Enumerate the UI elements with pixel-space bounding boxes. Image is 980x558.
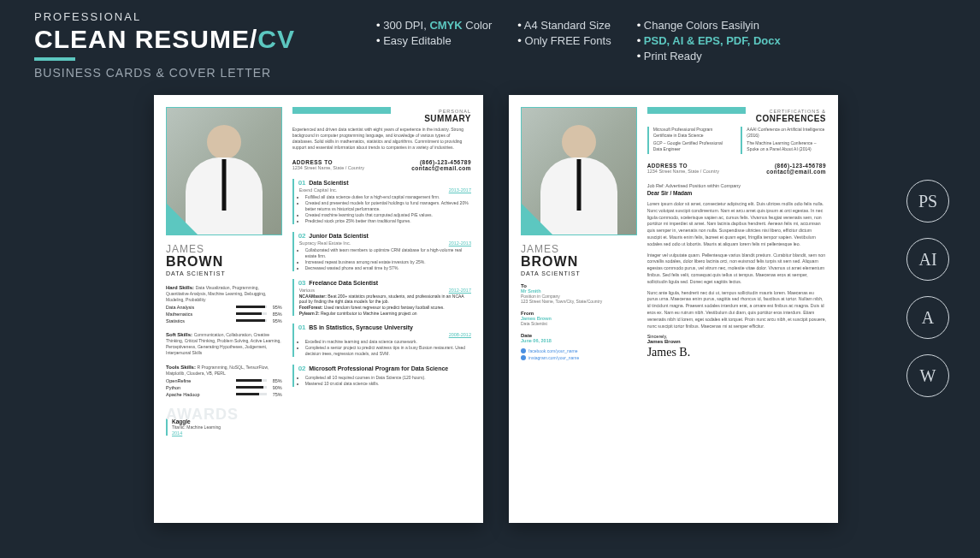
format-icon-sidebar: PS AI A W bbox=[906, 180, 949, 397]
list-item: GCP – Google Certified Professional Data… bbox=[653, 140, 733, 152]
hard-bars: Data Analysis95%Mathematics85%Statistics… bbox=[166, 305, 282, 324]
feature-editable: Easy Editable bbox=[376, 34, 492, 47]
cover-left-col: JAMES BROWN DATA SCIENTIST To Mr Smith P… bbox=[521, 107, 637, 511]
acrobat-icon: A bbox=[906, 296, 949, 339]
hard-skills: Hard Skills: Data Visualization, Program… bbox=[166, 285, 282, 324]
cover-right-col: CERTIFICATIONS & CONFERENCES Microsoft P… bbox=[647, 107, 826, 511]
resume-right-col: PERSONAL SUMMARY Experienced and driven … bbox=[292, 107, 471, 511]
skill-bar: Mathematics85% bbox=[166, 312, 282, 317]
illustrator-icon: AI bbox=[906, 238, 949, 281]
subtitle: BUSINESS CARDS & COVER LETTER bbox=[34, 66, 376, 80]
tool-bars: OpenRefine85%Python90%Apache Hadoop75% bbox=[166, 378, 282, 397]
word-icon: W bbox=[906, 354, 949, 397]
cover-paragraph: Integer vel vulputate quam. Pellentesque… bbox=[647, 252, 826, 286]
list-item: Microsoft Professional Program Certifica… bbox=[653, 127, 733, 139]
list-item: AAAI Conference on Artificial Intelligen… bbox=[747, 127, 826, 139]
feature-fonts: Only FREE Fonts bbox=[517, 34, 611, 47]
role: DATA SCIENTIST bbox=[166, 270, 282, 276]
name-block: JAMES BROWN DATA SCIENTIST bbox=[166, 244, 282, 276]
promo-header: PROFESSIONAL CLEAN RESUME/CV BUSINESS CA… bbox=[0, 0, 980, 88]
tool-skills: Tools Skills: R Programming, NoSQL, Tens… bbox=[166, 365, 282, 397]
resume-page: JAMES BROWN DATA SCIENTIST Hard Skills: … bbox=[154, 95, 483, 523]
cover-letter-page: JAMES BROWN DATA SCIENTIST To Mr Smith P… bbox=[509, 95, 838, 523]
section-title: PERSONAL SUMMARY bbox=[292, 109, 471, 123]
experience-item: 02 Microsoft Professional Program for Da… bbox=[292, 365, 471, 387]
photoshop-icon: PS bbox=[906, 180, 949, 223]
cover-paragraph: Lorem ipsum dolor sit amet, consectetur … bbox=[647, 201, 826, 248]
feature-dpi: 300 DPI, CMYK Color bbox=[376, 19, 492, 32]
contact-row: ADDRESS TO 1234 Street Name, State / Cou… bbox=[647, 163, 826, 175]
skill-bar: Python90% bbox=[166, 385, 282, 390]
page-previews: JAMES BROWN DATA SCIENTIST Hard Skills: … bbox=[0, 88, 980, 523]
skill-bar: Statistics95% bbox=[166, 318, 282, 324]
experience-item: 03 Freelance Data ScientistVarious2012-2… bbox=[292, 279, 471, 316]
list-item: The Machine Learning Conference – Spoke … bbox=[747, 140, 826, 152]
feature-print: Print Ready bbox=[637, 50, 781, 62]
accent-bar bbox=[34, 57, 75, 61]
salutation: Dear Sir / Madam bbox=[647, 190, 826, 196]
facebook-icon bbox=[521, 348, 526, 353]
first-name: JAMES bbox=[166, 244, 282, 254]
feature-colors: Change Colors Easilyin bbox=[637, 19, 781, 32]
feature-col-3: Change Colors Easilyin PSD, AI & EPS, PD… bbox=[637, 19, 781, 65]
experience-list: 01 Data ScientistExend Capital Inc.2013-… bbox=[292, 179, 471, 387]
title-block: PROFESSIONAL CLEAN RESUME/CV BUSINESS CA… bbox=[34, 10, 376, 80]
experience-item: 01 BS in Statistics, Syracuse University… bbox=[292, 324, 471, 357]
awards: AWARDS Kaggle Titanic: Machine Learning … bbox=[166, 406, 282, 436]
skill-bar: Data Analysis95% bbox=[166, 305, 282, 310]
summary-text: Experienced and driven data scientist wi… bbox=[292, 127, 471, 151]
profile-photo bbox=[166, 107, 282, 235]
profile-photo bbox=[521, 107, 637, 235]
feature-a4: A4 Standard Size bbox=[517, 19, 611, 32]
cover-paragraph: Nunc ante ligula, hendrerit nec dui ut, … bbox=[647, 290, 826, 330]
last-name: BROWN bbox=[166, 254, 282, 270]
feature-col-2: A4 Standard Size Only FREE Fonts bbox=[517, 19, 611, 65]
name-block: JAMES BROWN DATA SCIENTIST bbox=[521, 244, 637, 276]
cover-body: Lorem ipsum dolor sit amet, consectetur … bbox=[647, 201, 826, 329]
skill-bar: Apache Hadoop75% bbox=[166, 392, 282, 397]
instagram-icon bbox=[521, 355, 526, 360]
job-ref: Job Ref: Advertised Position within Comp… bbox=[647, 183, 826, 188]
feature-formats: PSD, AI & EPS, PDF, Docx bbox=[637, 34, 781, 47]
eyebrow: PROFESSIONAL bbox=[34, 10, 376, 23]
resume-left-col: JAMES BROWN DATA SCIENTIST Hard Skills: … bbox=[166, 107, 282, 511]
feature-col-1: 300 DPI, CMYK Color Easy Editable bbox=[376, 19, 492, 65]
experience-item: 01 Data ScientistExend Capital Inc.2013-… bbox=[292, 179, 471, 224]
skill-bar: OpenRefine85% bbox=[166, 378, 282, 383]
social-links: facebook.com/your_name instagram.com/you… bbox=[521, 348, 637, 360]
certs-list: Microsoft Professional Program Certifica… bbox=[647, 127, 826, 154]
title-cv: CV bbox=[257, 25, 295, 53]
features-list: 300 DPI, CMYK Color Easy Editable A4 Sta… bbox=[376, 10, 946, 65]
soft-skills: Soft Skills: Communication, Collaboratio… bbox=[166, 332, 282, 356]
main-title: CLEAN RESUME/CV bbox=[34, 25, 376, 54]
signature: James B. bbox=[647, 346, 826, 359]
contact-row: ADDRESS TO 1234 Street Name, State / Cou… bbox=[292, 159, 471, 171]
experience-item: 02 Junior Data ScientistSupracy Real Est… bbox=[292, 232, 471, 271]
title-main: CLEAN RESUME/ bbox=[34, 25, 257, 53]
